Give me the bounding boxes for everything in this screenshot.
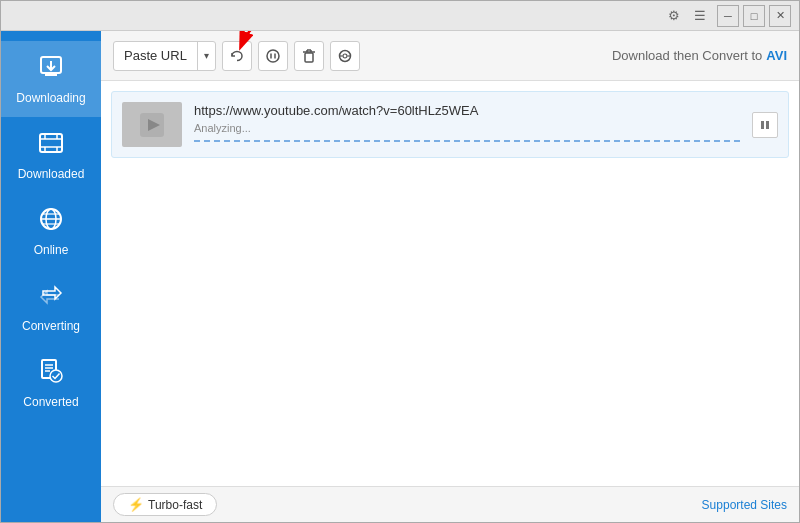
supported-sites-link[interactable]: Supported Sites: [702, 498, 787, 512]
converted-icon: [37, 357, 65, 391]
sidebar-item-converting[interactable]: Converting: [1, 269, 101, 345]
download-area: https://www.youtube.com/watch?v=60ltHLz5…: [101, 81, 799, 486]
progress-track: [194, 140, 740, 146]
pause-button[interactable]: [752, 112, 778, 138]
sidebar: Downloading Downloaded: [1, 31, 101, 522]
download-status: Analyzing...: [194, 122, 740, 134]
convert-icon: [37, 281, 65, 315]
globe-icon: [37, 205, 65, 239]
svg-point-30: [343, 54, 347, 58]
video-thumbnail: [122, 102, 182, 147]
sidebar-item-converted[interactable]: Converted: [1, 345, 101, 421]
minimize-button[interactable]: ─: [717, 5, 739, 27]
sidebar-label-converted: Converted: [23, 395, 78, 409]
download-icon: [37, 53, 65, 87]
sidebar-label-online: Online: [34, 243, 69, 257]
toolbar: Paste URL ▾: [101, 31, 799, 81]
undo-button[interactable]: [222, 41, 252, 71]
sidebar-label-downloading: Downloading: [16, 91, 85, 105]
sidebar-label-downloaded: Downloaded: [18, 167, 85, 181]
settings-icon[interactable]: ⚙: [665, 7, 683, 25]
delete-button[interactable]: [294, 41, 324, 71]
svg-point-20: [267, 50, 279, 62]
app-window: ⚙ ☰ ─ □ ✕ Downloading: [0, 0, 800, 523]
svg-point-19: [50, 370, 62, 382]
download-convert-label: Download then Convert to: [612, 48, 762, 63]
dropdown-arrow-icon: ▾: [198, 42, 215, 70]
toolbar-right: Download then Convert to AVI: [612, 48, 787, 63]
svg-rect-37: [766, 121, 769, 129]
maximize-button[interactable]: □: [743, 5, 765, 27]
progress-bar: [194, 140, 740, 146]
svg-rect-3: [40, 134, 62, 152]
close-button[interactable]: ✕: [769, 5, 791, 27]
svg-rect-23: [305, 53, 313, 62]
turbo-fast-button[interactable]: ⚡ Turbo-fast: [113, 493, 217, 516]
preview-button[interactable]: [330, 41, 360, 71]
svg-rect-36: [761, 121, 764, 129]
format-link[interactable]: AVI: [766, 48, 787, 63]
paste-url-button[interactable]: Paste URL ▾: [113, 41, 216, 71]
film-icon: [37, 129, 65, 163]
download-info: https://www.youtube.com/watch?v=60ltHLz5…: [194, 103, 740, 146]
sidebar-item-online[interactable]: Online: [1, 193, 101, 269]
paste-url-label: Paste URL: [114, 42, 198, 70]
lightning-icon: ⚡: [128, 497, 144, 512]
bottom-bar: ⚡ Turbo-fast Supported Sites: [101, 486, 799, 522]
download-item: https://www.youtube.com/watch?v=60ltHLz5…: [111, 91, 789, 158]
download-url: https://www.youtube.com/watch?v=60ltHLz5…: [194, 103, 740, 118]
right-panel: Paste URL ▾: [101, 31, 799, 522]
turbo-label: Turbo-fast: [148, 498, 202, 512]
sidebar-item-downloading[interactable]: Downloading: [1, 41, 101, 117]
titlebar: ⚙ ☰ ─ □ ✕: [1, 1, 799, 31]
sidebar-label-converting: Converting: [22, 319, 80, 333]
sidebar-item-downloaded[interactable]: Downloaded: [1, 117, 101, 193]
menu-icon[interactable]: ☰: [691, 7, 709, 25]
pause-all-button[interactable]: [258, 41, 288, 71]
main-content: Downloading Downloaded: [1, 31, 799, 522]
